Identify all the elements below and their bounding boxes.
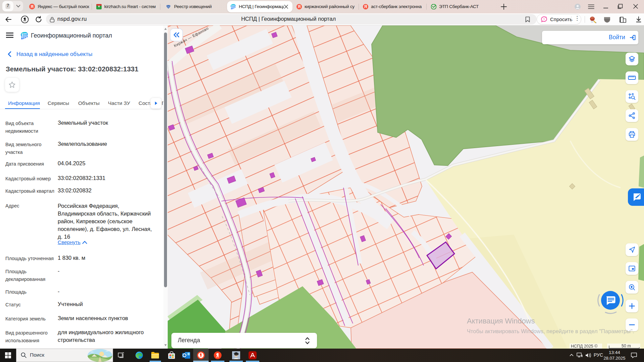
svg-text:?: ?	[543, 17, 545, 21]
